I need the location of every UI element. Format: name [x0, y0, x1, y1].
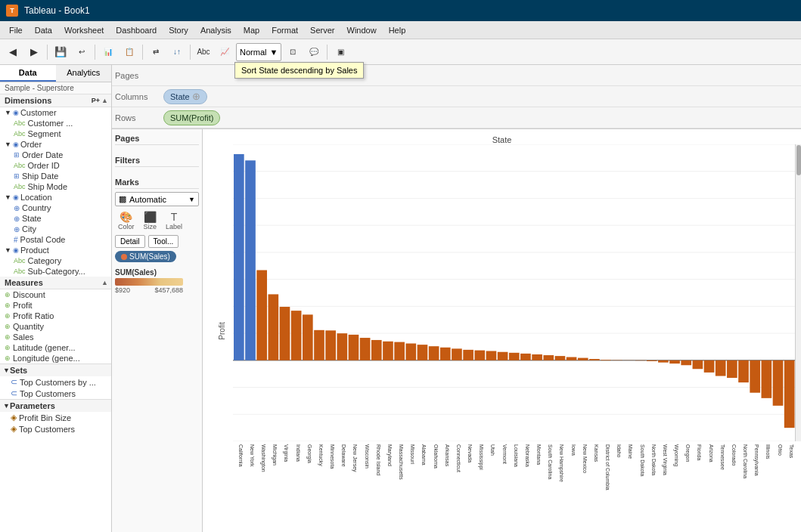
bar-Louisiana[interactable] — [509, 353, 520, 360]
field-quantity[interactable]: ⊕ Quantity — [0, 321, 111, 332]
toolbar-data-btn[interactable]: 📊 — [98, 42, 118, 62]
bar-Montana[interactable] — [532, 354, 542, 360]
bar-Oregon[interactable] — [681, 360, 691, 365]
bar-Wyoming[interactable] — [669, 360, 680, 363]
bar-Tennessee[interactable] — [716, 360, 726, 376]
bar-Florida[interactable] — [693, 360, 703, 369]
bar-New-Hampshire[interactable] — [555, 356, 566, 360]
bar-New-Mexico[interactable] — [578, 358, 588, 360]
bar-California[interactable] — [234, 154, 244, 360]
field-ship-date[interactable]: ⊞ Ship Date — [0, 171, 111, 181]
field-country[interactable]: ⊕ Country — [0, 203, 111, 213]
toolbar-save-btn[interactable]: 💾 — [51, 42, 70, 62]
field-segment[interactable]: Abc Segment — [0, 128, 111, 139]
bar-Arizona[interactable] — [704, 360, 715, 373]
menu-file[interactable]: File — [3, 21, 29, 39]
toolbar-chart-btn[interactable]: 📈 — [215, 42, 234, 62]
field-state[interactable]: ⊕ State — [0, 213, 111, 224]
toolbar-swap-btn[interactable]: ⇄ — [146, 42, 166, 62]
bar-Rhode-Island[interactable] — [371, 340, 382, 360]
field-latitude[interactable]: ⊕ Latitude (gener... — [0, 342, 111, 353]
field-top-customers-by[interactable]: ⊂ Top Customers by ... — [0, 376, 111, 388]
sum-sales-pill[interactable]: SUM(Sales) — [115, 251, 176, 262]
menu-worksheet[interactable]: Worksheet — [58, 21, 110, 39]
field-order-date[interactable]: ⊞ Order Date — [0, 150, 111, 160]
field-top-customers[interactable]: ⊂ Top Customers — [0, 388, 111, 399]
field-postal-code[interactable]: # Postal Code — [0, 234, 111, 245]
bar-Utah[interactable] — [486, 351, 497, 360]
product-group-header[interactable]: ▼ ◉ Product — [0, 245, 111, 255]
bar-Mississippi[interactable] — [474, 351, 485, 360]
data-source-label[interactable]: Sample - Superstore — [0, 82, 111, 94]
menu-map[interactable]: Map — [238, 21, 265, 39]
bar-Michigan[interactable] — [268, 294, 278, 360]
menu-server[interactable]: Server — [304, 21, 340, 39]
rows-sum-profit-pill[interactable]: SUM(Profit) — [163, 110, 220, 125]
bar-Delaware[interactable] — [337, 333, 347, 360]
bar-Virginia[interactable] — [280, 307, 290, 360]
bar-Illinois[interactable] — [762, 360, 772, 398]
menu-format[interactable]: Format — [265, 21, 304, 39]
bar-Nevada[interactable] — [463, 350, 473, 360]
menu-dashboard[interactable]: Dashboard — [110, 21, 163, 39]
bar-Washington[interactable] — [256, 270, 267, 360]
bar-New-York[interactable] — [245, 160, 256, 360]
marks-size-btn[interactable]: ⬛ Size — [141, 209, 160, 232]
bar-Iowa[interactable] — [567, 357, 577, 360]
toolbar-undo-btn[interactable]: ↩ — [72, 42, 92, 62]
bar-Minnesota[interactable] — [325, 330, 336, 360]
menu-window[interactable]: Window — [341, 21, 383, 39]
field-customer-name[interactable]: Abc Customer ... — [0, 118, 111, 128]
field-profit-bin-size[interactable]: ◈ Profit Bin Size — [0, 412, 111, 423]
left-panel-scroll[interactable]: Dimensions P+ ▲ ▼ ◉ Customer Abc Custome… — [0, 94, 111, 532]
bar-South-Carolina[interactable] — [543, 355, 554, 360]
bar-North-Carolina[interactable] — [738, 360, 749, 382]
toolbar-sort-desc-btn[interactable]: ↓↑ — [167, 42, 187, 62]
bar-Maryland[interactable] — [383, 342, 393, 360]
field-profit-ratio[interactable]: ⊕ Profit Ratio — [0, 311, 111, 321]
marks-tooltip-btn[interactable]: Tool... — [148, 235, 179, 248]
measures-header[interactable]: Measures ▲ — [0, 277, 111, 289]
bar-Pennsylvania[interactable] — [750, 360, 760, 393]
field-discount[interactable]: ⊕ Discount — [0, 289, 111, 300]
parameters-header[interactable]: ▼ Parameters — [0, 400, 111, 412]
tab-analytics[interactable]: Analytics — [56, 65, 112, 82]
bar-West-Virginia[interactable] — [658, 360, 669, 363]
marks-type-dropdown[interactable]: ▩ Automatic ▼ — [115, 192, 199, 206]
bar-Kansas[interactable] — [589, 359, 600, 360]
bar-Alabama[interactable] — [418, 345, 428, 360]
bar-Georgia[interactable] — [303, 314, 313, 360]
bar-Indiana[interactable] — [291, 311, 302, 360]
field-order-id[interactable]: Abc Order ID — [0, 160, 111, 171]
field-category[interactable]: Abc Category — [0, 255, 111, 266]
bar-Connecticut[interactable] — [452, 348, 462, 360]
field-sub-category[interactable]: Abc Sub-Category... — [0, 266, 111, 277]
dimensions-header[interactable]: Dimensions P+ ▲ — [0, 94, 111, 107]
toolbar-back-btn[interactable]: ◀ — [3, 42, 23, 62]
vertical-scrollbar[interactable] — [795, 144, 801, 441]
toolbar-new-sheet-btn[interactable]: 📋 — [120, 42, 139, 62]
bar-Massachusetts[interactable] — [394, 342, 405, 360]
menu-analysis[interactable]: Analysis — [194, 21, 238, 39]
bar-Vermont[interactable] — [498, 352, 508, 360]
bar-Arkansas[interactable] — [440, 348, 451, 360]
bar-New-Jersey[interactable] — [349, 335, 359, 360]
field-longitude[interactable]: ⊕ Longitude (gene... — [0, 353, 111, 363]
field-profit[interactable]: ⊕ Profit — [0, 300, 111, 311]
menu-help[interactable]: Help — [383, 21, 412, 39]
field-sales[interactable]: ⊕ Sales — [0, 332, 111, 342]
toolbar-forward-btn[interactable]: ▶ — [24, 42, 44, 62]
menu-story[interactable]: Story — [163, 21, 194, 39]
toolbar-normal-dropdown[interactable]: Normal ▼ — [236, 43, 281, 61]
field-param-top-customers[interactable]: ◈ Top Customers — [0, 423, 111, 435]
marks-detail-btn[interactable]: Detail — [115, 235, 145, 248]
bar-Colorado[interactable] — [727, 360, 737, 378]
bar-Kentucky[interactable] — [314, 330, 324, 360]
bar-Texas[interactable] — [784, 360, 795, 428]
bar-Nebraska[interactable] — [520, 354, 531, 360]
toolbar-tooltip-btn[interactable]: 💬 — [304, 42, 324, 62]
field-city[interactable]: ⊕ City — [0, 224, 111, 234]
bar-North-Dakota[interactable] — [647, 360, 657, 361]
toolbar-present-btn[interactable]: ▣ — [331, 42, 350, 62]
field-ship-mode[interactable]: Abc Ship Mode — [0, 181, 111, 192]
